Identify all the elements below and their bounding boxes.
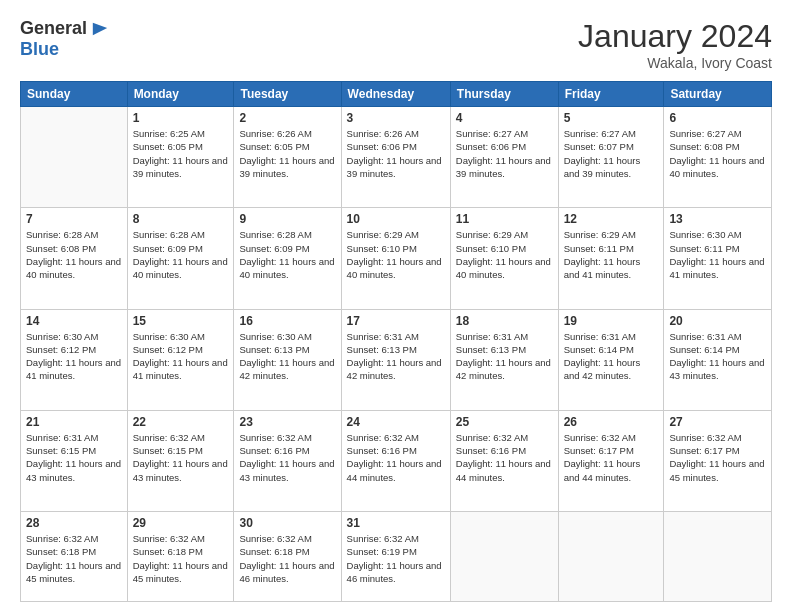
day-info: Sunrise: 6:27 AMSunset: 6:06 PMDaylight:…: [456, 127, 553, 180]
page: General Blue January 2024 Wakala, Ivory …: [0, 0, 792, 612]
week-row-1: 1Sunrise: 6:25 AMSunset: 6:05 PMDaylight…: [21, 107, 772, 208]
calendar-cell: 8Sunrise: 6:28 AMSunset: 6:09 PMDaylight…: [127, 208, 234, 309]
calendar-cell: 27Sunrise: 6:32 AMSunset: 6:17 PMDayligh…: [664, 410, 772, 511]
day-header-friday: Friday: [558, 82, 664, 107]
day-number: 20: [669, 314, 766, 328]
day-number: 22: [133, 415, 229, 429]
day-info: Sunrise: 6:30 AMSunset: 6:11 PMDaylight:…: [669, 228, 766, 281]
calendar-cell: [21, 107, 128, 208]
calendar-cell: 13Sunrise: 6:30 AMSunset: 6:11 PMDayligh…: [664, 208, 772, 309]
calendar-cell: 2Sunrise: 6:26 AMSunset: 6:05 PMDaylight…: [234, 107, 341, 208]
day-number: 4: [456, 111, 553, 125]
calendar-cell: 7Sunrise: 6:28 AMSunset: 6:08 PMDaylight…: [21, 208, 128, 309]
day-number: 16: [239, 314, 335, 328]
header: General Blue January 2024 Wakala, Ivory …: [20, 18, 772, 71]
calendar-cell: 3Sunrise: 6:26 AMSunset: 6:06 PMDaylight…: [341, 107, 450, 208]
calendar-cell: 23Sunrise: 6:32 AMSunset: 6:16 PMDayligh…: [234, 410, 341, 511]
day-info: Sunrise: 6:26 AMSunset: 6:05 PMDaylight:…: [239, 127, 335, 180]
calendar-table: SundayMondayTuesdayWednesdayThursdayFrid…: [20, 81, 772, 602]
calendar-cell: 4Sunrise: 6:27 AMSunset: 6:06 PMDaylight…: [450, 107, 558, 208]
day-info: Sunrise: 6:29 AMSunset: 6:10 PMDaylight:…: [347, 228, 445, 281]
day-header-monday: Monday: [127, 82, 234, 107]
calendar-cell: 10Sunrise: 6:29 AMSunset: 6:10 PMDayligh…: [341, 208, 450, 309]
day-number: 28: [26, 516, 122, 530]
calendar-cell: 16Sunrise: 6:30 AMSunset: 6:13 PMDayligh…: [234, 309, 341, 410]
week-row-5: 28Sunrise: 6:32 AMSunset: 6:18 PMDayligh…: [21, 512, 772, 602]
day-info: Sunrise: 6:32 AMSunset: 6:17 PMDaylight:…: [564, 431, 659, 484]
day-info: Sunrise: 6:29 AMSunset: 6:10 PMDaylight:…: [456, 228, 553, 281]
calendar-header-row: SundayMondayTuesdayWednesdayThursdayFrid…: [21, 82, 772, 107]
day-info: Sunrise: 6:32 AMSunset: 6:18 PMDaylight:…: [133, 532, 229, 585]
day-number: 2: [239, 111, 335, 125]
calendar-cell: 31Sunrise: 6:32 AMSunset: 6:19 PMDayligh…: [341, 512, 450, 602]
day-info: Sunrise: 6:32 AMSunset: 6:19 PMDaylight:…: [347, 532, 445, 585]
calendar-cell: 26Sunrise: 6:32 AMSunset: 6:17 PMDayligh…: [558, 410, 664, 511]
day-info: Sunrise: 6:30 AMSunset: 6:12 PMDaylight:…: [26, 330, 122, 383]
logo: General Blue: [20, 18, 109, 60]
week-row-3: 14Sunrise: 6:30 AMSunset: 6:12 PMDayligh…: [21, 309, 772, 410]
day-number: 15: [133, 314, 229, 328]
day-info: Sunrise: 6:30 AMSunset: 6:13 PMDaylight:…: [239, 330, 335, 383]
day-info: Sunrise: 6:31 AMSunset: 6:14 PMDaylight:…: [669, 330, 766, 383]
day-number: 10: [347, 212, 445, 226]
day-info: Sunrise: 6:28 AMSunset: 6:09 PMDaylight:…: [239, 228, 335, 281]
svg-marker-0: [93, 22, 107, 35]
day-info: Sunrise: 6:32 AMSunset: 6:16 PMDaylight:…: [456, 431, 553, 484]
calendar-cell: 24Sunrise: 6:32 AMSunset: 6:16 PMDayligh…: [341, 410, 450, 511]
day-number: 5: [564, 111, 659, 125]
day-number: 7: [26, 212, 122, 226]
day-info: Sunrise: 6:28 AMSunset: 6:08 PMDaylight:…: [26, 228, 122, 281]
calendar-cell: 15Sunrise: 6:30 AMSunset: 6:12 PMDayligh…: [127, 309, 234, 410]
calendar-cell: 29Sunrise: 6:32 AMSunset: 6:18 PMDayligh…: [127, 512, 234, 602]
day-info: Sunrise: 6:31 AMSunset: 6:13 PMDaylight:…: [347, 330, 445, 383]
day-info: Sunrise: 6:31 AMSunset: 6:13 PMDaylight:…: [456, 330, 553, 383]
calendar-cell: 28Sunrise: 6:32 AMSunset: 6:18 PMDayligh…: [21, 512, 128, 602]
day-number: 1: [133, 111, 229, 125]
day-number: 12: [564, 212, 659, 226]
day-info: Sunrise: 6:27 AMSunset: 6:07 PMDaylight:…: [564, 127, 659, 180]
calendar-cell: 12Sunrise: 6:29 AMSunset: 6:11 PMDayligh…: [558, 208, 664, 309]
day-number: 24: [347, 415, 445, 429]
day-number: 8: [133, 212, 229, 226]
calendar-cell: 1Sunrise: 6:25 AMSunset: 6:05 PMDaylight…: [127, 107, 234, 208]
calendar-cell: 19Sunrise: 6:31 AMSunset: 6:14 PMDayligh…: [558, 309, 664, 410]
day-number: 25: [456, 415, 553, 429]
calendar-cell: [558, 512, 664, 602]
day-header-sunday: Sunday: [21, 82, 128, 107]
calendar-cell: 14Sunrise: 6:30 AMSunset: 6:12 PMDayligh…: [21, 309, 128, 410]
day-number: 11: [456, 212, 553, 226]
day-info: Sunrise: 6:31 AMSunset: 6:14 PMDaylight:…: [564, 330, 659, 383]
calendar-cell: 18Sunrise: 6:31 AMSunset: 6:13 PMDayligh…: [450, 309, 558, 410]
day-info: Sunrise: 6:32 AMSunset: 6:18 PMDaylight:…: [239, 532, 335, 585]
day-number: 13: [669, 212, 766, 226]
day-number: 9: [239, 212, 335, 226]
day-info: Sunrise: 6:32 AMSunset: 6:16 PMDaylight:…: [347, 431, 445, 484]
week-row-2: 7Sunrise: 6:28 AMSunset: 6:08 PMDaylight…: [21, 208, 772, 309]
calendar-cell: 25Sunrise: 6:32 AMSunset: 6:16 PMDayligh…: [450, 410, 558, 511]
day-number: 17: [347, 314, 445, 328]
day-info: Sunrise: 6:32 AMSunset: 6:15 PMDaylight:…: [133, 431, 229, 484]
day-number: 30: [239, 516, 335, 530]
calendar-cell: 20Sunrise: 6:31 AMSunset: 6:14 PMDayligh…: [664, 309, 772, 410]
day-number: 27: [669, 415, 766, 429]
day-info: Sunrise: 6:28 AMSunset: 6:09 PMDaylight:…: [133, 228, 229, 281]
day-number: 29: [133, 516, 229, 530]
calendar-cell: 6Sunrise: 6:27 AMSunset: 6:08 PMDaylight…: [664, 107, 772, 208]
day-info: Sunrise: 6:32 AMSunset: 6:18 PMDaylight:…: [26, 532, 122, 585]
day-number: 23: [239, 415, 335, 429]
location-text: Wakala, Ivory Coast: [578, 55, 772, 71]
month-title: January 2024: [578, 18, 772, 55]
day-info: Sunrise: 6:30 AMSunset: 6:12 PMDaylight:…: [133, 330, 229, 383]
calendar-cell: 9Sunrise: 6:28 AMSunset: 6:09 PMDaylight…: [234, 208, 341, 309]
calendar-cell: 5Sunrise: 6:27 AMSunset: 6:07 PMDaylight…: [558, 107, 664, 208]
title-block: January 2024 Wakala, Ivory Coast: [578, 18, 772, 71]
calendar-cell: 30Sunrise: 6:32 AMSunset: 6:18 PMDayligh…: [234, 512, 341, 602]
day-number: 21: [26, 415, 122, 429]
calendar-cell: [450, 512, 558, 602]
day-info: Sunrise: 6:26 AMSunset: 6:06 PMDaylight:…: [347, 127, 445, 180]
week-row-4: 21Sunrise: 6:31 AMSunset: 6:15 PMDayligh…: [21, 410, 772, 511]
day-header-saturday: Saturday: [664, 82, 772, 107]
day-header-wednesday: Wednesday: [341, 82, 450, 107]
day-header-tuesday: Tuesday: [234, 82, 341, 107]
calendar-cell: [664, 512, 772, 602]
